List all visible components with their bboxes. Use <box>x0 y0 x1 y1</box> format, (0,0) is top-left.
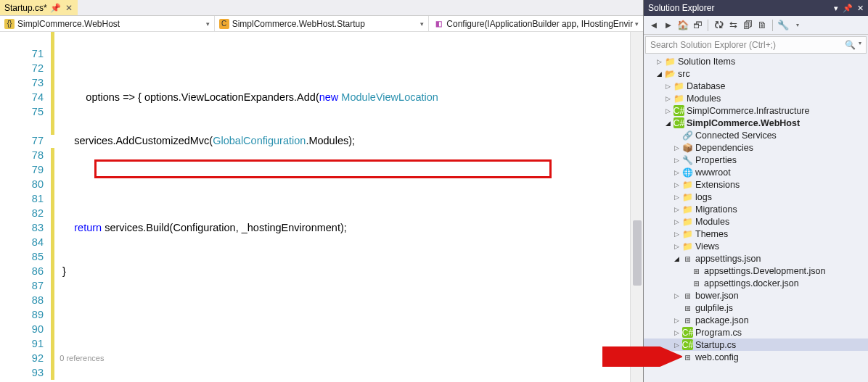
scrollbar-thumb[interactable] <box>633 220 642 286</box>
breadcrumb-bar: {}SimplCommerce.WebHost ▾ CSimplCommerce… <box>0 16 643 32</box>
tree-item-connected[interactable]: 🔗Connected Services <box>644 129 868 141</box>
code-body[interactable]: options => { options.ViewLocationExpande… <box>51 32 643 382</box>
chevron-down-icon[interactable]: ▾ <box>859 40 861 50</box>
namespace-icon: {} <box>4 19 15 29</box>
tree-item-wwwroot[interactable]: ▷🌐wwwroot <box>644 166 868 178</box>
crumb-method-label: Configure(IApplicationBuilder app, IHost… <box>446 19 633 29</box>
folder-icon: 📁 <box>673 93 684 104</box>
tree-item-database[interactable]: ▷📁Database <box>644 80 868 92</box>
wrench-icon[interactable]: 🔧 <box>777 20 789 31</box>
chevron-down-icon[interactable]: ▾ <box>635 20 639 28</box>
tree-item-properties[interactable]: ▷🔧Properties <box>644 154 868 166</box>
back-icon[interactable]: ◄ <box>648 20 660 31</box>
sync-icon[interactable]: 🗗 <box>692 20 703 31</box>
close-icon[interactable]: ✕ <box>65 4 73 12</box>
tree-item-gulpfile[interactable]: 🗉gulpfile.js <box>644 302 868 314</box>
config-icon: 🗉 <box>682 352 693 362</box>
file-tab-label: Startup.cs* <box>4 3 47 13</box>
tree-item-appsettings-docker[interactable]: 🗉appsettings.docker.json <box>644 277 868 289</box>
panel-title-bar[interactable]: Solution Explorer ▾ 📌 ✕ <box>644 0 868 16</box>
vertical-scrollbar[interactable] <box>630 32 643 382</box>
tree-item-solution-items[interactable]: ▷📁Solution Items <box>644 55 868 67</box>
tree-item-migrations[interactable]: ▷📁Migrations <box>644 203 868 215</box>
tree-item-views[interactable]: ▷📁Views <box>644 240 868 252</box>
crumb-namespace-label: SimplCommerce.WebHost <box>17 19 120 29</box>
tree-item-program[interactable]: ▷C#Program.cs <box>644 326 868 339</box>
highlight-arrow <box>602 346 682 367</box>
dependencies-icon: 📦 <box>682 142 693 153</box>
tree-item-bower[interactable]: ▷🗉bower.json <box>644 289 868 302</box>
collapse-icon[interactable]: ⇆ <box>727 20 739 31</box>
search-input[interactable]: Search Solution Explorer (Ctrl+;) 🔍 ▾ <box>645 36 867 54</box>
codelens-references[interactable]: 0 references <box>60 354 104 362</box>
json-icon: 🗉 <box>682 290 693 301</box>
wrench-icon: 🔧 <box>682 154 693 165</box>
folder-icon: 📁 <box>682 241 693 252</box>
tree-item-infrastructure[interactable]: ▷C#SimplCommerce.Infrastructure <box>644 104 868 117</box>
highlight-box <box>94 159 552 178</box>
search-icon[interactable]: 🔍 <box>845 40 856 50</box>
tree-item-modules2[interactable]: ▷📁Modules <box>644 215 868 228</box>
tab-bar: Startup.cs* 📌 ✕ <box>0 0 643 16</box>
pin-icon[interactable]: 📌 <box>52 4 60 12</box>
js-icon: 🗉 <box>682 302 693 313</box>
method-icon: ◧ <box>433 19 443 29</box>
panel-toolbar: ◄ ► 🏠 🗗 🗘 ⇆ 🗐 🗎 🔧 ▾ <box>644 16 868 35</box>
folder-icon: 📁 <box>682 204 693 215</box>
panel-title: Solution Explorer <box>648 3 714 13</box>
tree-item-src[interactable]: ◢📂src <box>644 67 868 80</box>
csproj-icon: C# <box>673 105 684 116</box>
chevron-down-icon[interactable]: ▾ <box>420 20 424 28</box>
folder-icon: 📁 <box>682 179 693 190</box>
tree-item-package[interactable]: ▷🗉package.json <box>644 314 868 326</box>
folder-open-icon: 📂 <box>665 68 676 79</box>
folder-icon: 📁 <box>682 191 693 202</box>
csproj-icon: C# <box>673 117 684 128</box>
crumb-class[interactable]: CSimplCommerce.WebHost.Startup ▾ <box>215 16 430 31</box>
connected-services-icon: 🔗 <box>682 130 693 141</box>
tree-item-extensions[interactable]: ▷📁Extensions <box>644 178 868 191</box>
home-icon[interactable]: 🏠 <box>677 20 689 31</box>
json-icon: 🗉 <box>691 278 702 288</box>
solution-tree[interactable]: ▷📁Solution Items ◢📂src ▷📁Database ▷📁Modu… <box>644 54 868 382</box>
tree-item-dependencies[interactable]: ▷📦Dependencies <box>644 141 868 154</box>
cs-file-icon: C# <box>682 327 693 338</box>
line-gutter: 7172737475 77787980818283848586878889909… <box>0 32 51 382</box>
panel-menu-icon[interactable]: ▾ <box>834 4 838 13</box>
code-editor[interactable]: 7172737475 77787980818283848586878889909… <box>0 32 643 382</box>
globe-icon: 🌐 <box>682 167 693 178</box>
tree-item-themes[interactable]: ▷📁Themes <box>644 228 868 240</box>
folder-icon: 📁 <box>682 216 693 227</box>
folder-icon: 📁 <box>673 80 684 91</box>
folder-icon: 📁 <box>682 228 693 239</box>
chevron-down-icon[interactable]: ▾ <box>792 20 803 31</box>
refresh-icon[interactable]: 🗘 <box>713 20 724 31</box>
class-icon: C <box>219 19 229 29</box>
cs-file-icon: C# <box>682 339 693 350</box>
editor-pane: Startup.cs* 📌 ✕ {}SimplCommerce.WebHost … <box>0 0 643 382</box>
crumb-namespace[interactable]: {}SimplCommerce.WebHost ▾ <box>0 16 215 31</box>
crumb-method[interactable]: ◧Configure(IApplicationBuilder app, IHos… <box>429 16 643 31</box>
chevron-down-icon[interactable]: ▾ <box>206 20 210 28</box>
tree-item-appsettings-dev[interactable]: 🗉appsettings.Development.json <box>644 265 868 277</box>
pin-icon[interactable]: 📌 <box>843 4 853 13</box>
file-tab-active[interactable]: Startup.cs* 📌 ✕ <box>0 0 78 15</box>
tree-item-modules[interactable]: ▷📁Modules <box>644 92 868 104</box>
forward-icon[interactable]: ► <box>663 20 674 31</box>
close-icon[interactable]: ✕ <box>857 4 864 13</box>
solution-explorer: Solution Explorer ▾ 📌 ✕ ◄ ► 🏠 🗗 🗘 ⇆ 🗐 🗎 … <box>643 0 868 382</box>
json-icon: 🗉 <box>682 315 693 325</box>
search-placeholder: Search Solution Explorer (Ctrl+;) <box>650 40 776 50</box>
show-all-icon[interactable]: 🗐 <box>742 20 753 31</box>
change-marker <box>51 32 54 135</box>
json-icon: 🗉 <box>682 253 693 264</box>
tree-item-logs[interactable]: ▷📁logs <box>644 191 868 203</box>
tree-item-webhost[interactable]: ◢C#SimplCommerce.WebHost <box>644 117 868 129</box>
tree-item-appsettings[interactable]: ◢🗉appsettings.json <box>644 252 868 265</box>
folder-icon: 📁 <box>665 56 676 67</box>
properties-icon[interactable]: 🗎 <box>756 20 768 31</box>
crumb-class-label: SimplCommerce.WebHost.Startup <box>232 19 365 29</box>
json-icon: 🗉 <box>691 265 702 276</box>
